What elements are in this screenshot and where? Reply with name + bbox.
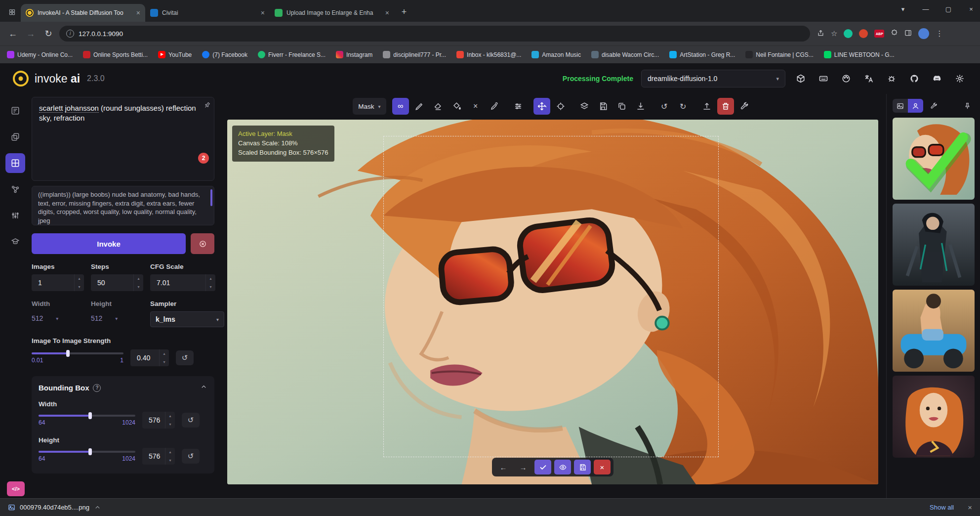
- canvas-area[interactable]: Active Layer: Mask Canvas Scale: 108% Sc…: [227, 120, 878, 484]
- merge-layers-icon[interactable]: [576, 98, 593, 115]
- download-chip[interactable]: 000979.40d74eb5....png: [8, 504, 101, 511]
- prompt-pin-icon[interactable]: [200, 100, 212, 113]
- slider-thumb[interactable]: [66, 350, 70, 357]
- staging-prev-button[interactable]: ←: [495, 460, 512, 474]
- model-select[interactable]: dreamlike-diffusion-1.0 ▾: [641, 70, 785, 87]
- browser-menu-icon[interactable]: ⋮: [936, 29, 943, 38]
- profile-avatar[interactable]: [918, 28, 929, 39]
- eraser-tool-icon[interactable]: [430, 98, 447, 115]
- gallery-thumbnail[interactable]: [893, 376, 975, 458]
- staging-toggle-visibility-button[interactable]: [554, 460, 571, 474]
- stepper-down-icon[interactable]: ▾: [160, 358, 169, 366]
- stepper-down-icon[interactable]: ▾: [206, 283, 215, 291]
- bbox-width-reset-button[interactable]: ↺: [182, 413, 200, 428]
- browser-tab-civitai[interactable]: Civitai ×: [145, 4, 270, 22]
- prompt-input[interactable]: scarlett johansson (round sunglasses) re…: [32, 97, 214, 181]
- gallery-thumbnail[interactable]: [893, 204, 975, 286]
- strength-input[interactable]: 0.40 ▴▾: [130, 349, 169, 366]
- bookmark-item[interactable]: Online Sports Betti...: [83, 51, 148, 58]
- bbox-width-slider[interactable]: 641024: [39, 415, 135, 426]
- language-icon[interactable]: [861, 71, 876, 86]
- invoke-button[interactable]: Invoke: [32, 233, 186, 254]
- brush-tool-icon[interactable]: [411, 98, 428, 115]
- bookmark-item[interactable]: disable Wacom Circ...: [591, 51, 659, 58]
- canvas-bounding-box[interactable]: [383, 136, 719, 457]
- bookmark-item[interactable]: Inbox - klk56831@...: [456, 51, 521, 58]
- help-icon[interactable]: ?: [93, 384, 101, 392]
- chevron-up-icon[interactable]: [200, 383, 207, 392]
- bookmark-item[interactable]: disciplineil777 - Pr...: [383, 51, 446, 58]
- stepper-up-icon[interactable]: ▴: [206, 274, 215, 283]
- bookmark-item[interactable]: (7) Facebook: [202, 51, 247, 58]
- download-image-icon[interactable]: [632, 98, 649, 115]
- stepper-down-icon[interactable]: ▾: [134, 283, 143, 291]
- images-count-input[interactable]: 1 ▴▾: [32, 274, 84, 291]
- tab-close-icon[interactable]: ×: [261, 9, 265, 17]
- gallery-settings-icon[interactable]: [927, 99, 940, 113]
- report-bug-icon[interactable]: [884, 71, 899, 86]
- fill-tool-icon[interactable]: [449, 98, 465, 115]
- bbox-height-slider[interactable]: 641024: [39, 451, 135, 462]
- console-toggle-button[interactable]: </>: [7, 481, 25, 496]
- github-icon[interactable]: [907, 71, 922, 86]
- keyboard-shortcuts-icon[interactable]: [816, 71, 831, 86]
- bookmark-item[interactable]: LINE WEBTOON - G...: [824, 51, 895, 58]
- bookmark-item[interactable]: Amazon Music: [531, 51, 581, 58]
- bookmark-item[interactable]: YouTube: [158, 51, 192, 58]
- model-manager-icon[interactable]: [793, 71, 808, 86]
- stepper-up-icon[interactable]: ▴: [160, 349, 169, 358]
- slider-thumb[interactable]: [88, 412, 92, 419]
- tab-grid-icon[interactable]: [5, 5, 19, 19]
- clear-mask-icon[interactable]: ×: [467, 98, 484, 115]
- mask-enable-toggle[interactable]: ∞: [392, 98, 409, 115]
- window-maximize-button[interactable]: ▢: [943, 5, 953, 13]
- strength-reset-button[interactable]: ↺: [176, 350, 194, 365]
- stepper-up-icon[interactable]: ▴: [165, 412, 175, 420]
- brush-options-icon[interactable]: [510, 98, 527, 115]
- stepper-up-icon[interactable]: ▴: [134, 274, 143, 283]
- staging-save-button[interactable]: [574, 460, 591, 474]
- tab-close-icon[interactable]: ×: [385, 9, 389, 17]
- bookmark-item[interactable]: Fiverr - Freelance S...: [258, 51, 326, 58]
- strength-slider[interactable]: 0.011: [32, 352, 123, 364]
- settings-gear-icon[interactable]: [952, 71, 967, 86]
- canvas-settings-icon[interactable]: [736, 98, 753, 115]
- share-icon[interactable]: [817, 29, 824, 38]
- redo-icon[interactable]: ↻: [675, 98, 692, 115]
- bounding-box-header[interactable]: Bounding Box ?: [39, 383, 207, 392]
- stepper-up-icon[interactable]: ▴: [75, 274, 84, 283]
- negative-prompt-input[interactable]: ((implants)) (large boobs) nude bad anat…: [32, 186, 214, 225]
- scrollbar-thumb[interactable]: [210, 189, 212, 206]
- cfg-scale-input[interactable]: 7.01 ▴▾: [150, 274, 215, 291]
- tab-text-to-image[interactable]: [5, 101, 25, 121]
- height-select[interactable]: 512 ▾: [91, 311, 143, 322]
- chevron-up-icon[interactable]: [94, 504, 101, 511]
- tab-image-to-image[interactable]: [5, 127, 25, 147]
- downloads-close-button[interactable]: ×: [968, 503, 972, 512]
- undo-icon[interactable]: ↺: [656, 98, 673, 115]
- stepper-down-icon[interactable]: ▾: [75, 283, 84, 291]
- tab-unified-canvas[interactable]: [5, 153, 25, 173]
- window-minimize-button[interactable]: —: [921, 5, 931, 13]
- reset-view-icon[interactable]: [552, 98, 569, 115]
- new-tab-button[interactable]: +: [397, 5, 411, 19]
- gallery-category-uploads-button[interactable]: [908, 99, 923, 113]
- move-tool-icon[interactable]: [533, 98, 550, 115]
- bbox-height-reset-button[interactable]: ↺: [182, 449, 200, 464]
- clear-canvas-icon[interactable]: [717, 98, 734, 115]
- bbox-height-input[interactable]: 576 ▴▾: [142, 448, 175, 465]
- gallery-pin-icon[interactable]: [960, 99, 974, 113]
- bookmark-item[interactable]: ArtStation - Greg R...: [669, 51, 735, 58]
- site-info-icon[interactable]: i: [66, 30, 74, 38]
- discord-icon[interactable]: [930, 71, 944, 86]
- address-bar[interactable]: i 127.0.0.1:9090: [59, 26, 810, 42]
- adblock-plus-icon[interactable]: ABP: [874, 30, 884, 38]
- gallery-category-generations-button[interactable]: [893, 99, 908, 113]
- copy-icon[interactable]: [613, 98, 630, 115]
- reload-button[interactable]: ↻: [41, 28, 55, 39]
- staging-accept-button[interactable]: [534, 460, 551, 474]
- bookmark-item[interactable]: Instagram: [336, 51, 372, 58]
- bookmark-item[interactable]: Neil Fontaine | CGS...: [745, 51, 814, 58]
- color-picker-tool-icon[interactable]: [486, 98, 503, 115]
- layer-select[interactable]: Mask ▾: [353, 98, 386, 115]
